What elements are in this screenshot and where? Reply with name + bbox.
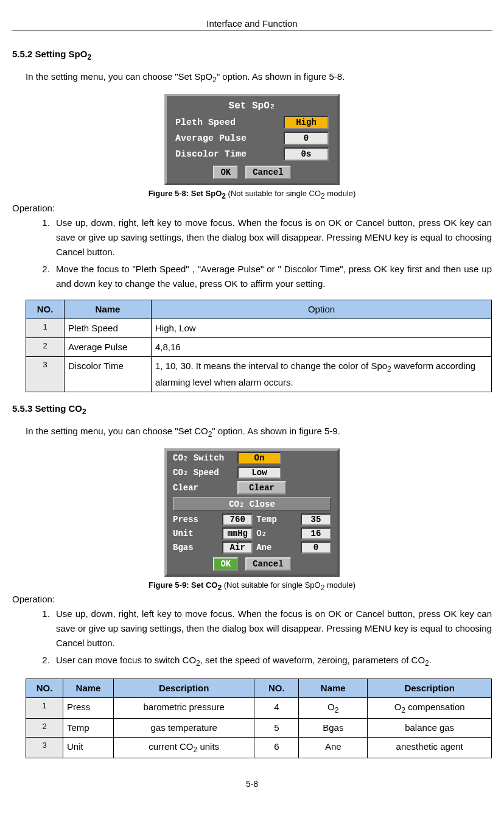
t2-r2-no: 2 bbox=[26, 718, 63, 737]
unit-label: Unit bbox=[173, 529, 219, 538]
t2-r3-desc2: anesthetic agent bbox=[368, 737, 492, 758]
t2-r1-name: Press bbox=[63, 697, 114, 718]
co2-switch-value[interactable]: On bbox=[237, 452, 281, 464]
co2-speed-label: CO₂ Speed bbox=[173, 467, 234, 478]
section1-intro: In the setting menu, you can choose "Set… bbox=[26, 70, 492, 85]
average-pulse-row: Average Pulse 0 bbox=[167, 130, 337, 146]
t1-r1-name: Pleth Speed bbox=[65, 319, 152, 337]
t2-th-desc-a: Description bbox=[114, 679, 254, 697]
op2-item1: Use up, down, right, left key to move fo… bbox=[52, 607, 492, 650]
discolor-time-value[interactable]: 0s bbox=[284, 147, 329, 161]
t2-th-desc-b: Description bbox=[368, 679, 492, 697]
t2-r1-desc2: O2 compensation bbox=[368, 697, 492, 718]
t2-r3-desc: current CO2 units bbox=[114, 737, 254, 758]
t2-th-no-b: NO. bbox=[254, 679, 299, 697]
t2-r3-no2: 6 bbox=[254, 737, 299, 758]
t2-r3-name: Unit bbox=[63, 737, 114, 758]
t2-r2-name: Temp bbox=[63, 718, 114, 737]
pleth-speed-value[interactable]: High bbox=[284, 116, 329, 129]
temp-label: Temp bbox=[256, 515, 297, 524]
dialog1-ok-button[interactable]: OK bbox=[213, 166, 238, 179]
figure-5-8-caption: Figure 5-8: Set SpO2 (Not suitable for s… bbox=[12, 189, 492, 200]
operation-label-2: Operation: bbox=[12, 594, 492, 604]
operation-list-2: Use up, down, right, left key to move fo… bbox=[37, 607, 492, 669]
discolor-time-label: Discolor Time bbox=[175, 149, 279, 160]
t1-r2-name: Average Pulse bbox=[65, 337, 152, 356]
t2-r1-no: 1 bbox=[26, 697, 63, 718]
figure-5-9-caption: Figure 5-9: Set CO2 (Not suitable for si… bbox=[12, 580, 492, 592]
t2-r3-name2: Ane bbox=[299, 737, 368, 758]
unit-value[interactable]: mmHg bbox=[222, 527, 253, 540]
pleth-speed-row: Pleth Speed High bbox=[167, 115, 337, 130]
t1-r1-no: 1 bbox=[26, 319, 65, 337]
co2-close-bar[interactable]: CO₂ Close bbox=[173, 497, 331, 511]
t2-th-name-b: Name bbox=[299, 679, 368, 697]
set-co2-dialog: CO₂ Switch On CO₂ Speed Low Clear Clear … bbox=[164, 448, 340, 577]
co2-params-table: NO. Name Description NO. Name Descriptio… bbox=[26, 679, 492, 758]
t2-r2-no2: 5 bbox=[254, 718, 299, 737]
press-label: Press bbox=[173, 515, 219, 524]
op2-item2: User can move focus to switch CO2, set t… bbox=[52, 653, 492, 669]
bgas-label: Bgas bbox=[173, 543, 219, 552]
ane-label: Ane bbox=[256, 543, 297, 552]
t1-r3-option: 1, 10, 30. It means the interval to chan… bbox=[152, 356, 492, 392]
o2-label: O₂ bbox=[256, 528, 297, 538]
spo2-options-table: NO. Name Option 1 Pleth Speed High, Low … bbox=[26, 300, 492, 392]
clear-button[interactable]: Clear bbox=[237, 481, 286, 495]
page-number: 5-8 bbox=[12, 779, 492, 789]
t1-r2-no: 2 bbox=[26, 337, 65, 356]
clear-label: Clear bbox=[173, 483, 234, 493]
t1-r3-name: Discolor Time bbox=[65, 356, 152, 392]
dialog1-cancel-button[interactable]: Cancel bbox=[245, 166, 290, 179]
t2-th-no-a: NO. bbox=[26, 679, 63, 697]
t2-r1-desc: barometric pressure bbox=[114, 697, 254, 718]
average-pulse-value[interactable]: 0 bbox=[284, 132, 329, 145]
bgas-value[interactable]: Air bbox=[222, 541, 253, 554]
discolor-time-row: Discolor Time 0s bbox=[167, 146, 337, 162]
page-header: Interface and Function bbox=[12, 18, 492, 30]
dialog1-title: Set SpO₂ bbox=[167, 96, 337, 115]
operation-label-1: Operation: bbox=[12, 203, 492, 213]
section-heading-spo2: 5.5.2 Setting SpO2 bbox=[12, 49, 492, 62]
t2-r1-name2: O2 bbox=[299, 697, 368, 718]
o2-value[interactable]: 16 bbox=[301, 527, 331, 540]
th-no: NO. bbox=[26, 300, 65, 319]
dialog2-ok-button[interactable]: OK bbox=[213, 557, 238, 571]
t2-r3-no: 3 bbox=[26, 737, 63, 758]
t2-r1-no2: 4 bbox=[254, 697, 299, 718]
t2-th-name-a: Name bbox=[63, 679, 114, 697]
section-heading-co2: 5.5.3 Setting CO2 bbox=[12, 403, 492, 416]
th-option: Option bbox=[152, 300, 492, 319]
ane-value[interactable]: 0 bbox=[301, 541, 331, 554]
op1-item1: Use up, down, right, left key to move fo… bbox=[52, 216, 492, 259]
t2-r2-name2: Bgas bbox=[299, 718, 368, 737]
average-pulse-label: Average Pulse bbox=[175, 133, 279, 144]
op1-item2: Move the focus to "Pleth Speed" , "Avera… bbox=[52, 262, 492, 291]
pleth-speed-label: Pleth Speed bbox=[175, 118, 279, 128]
t1-r3-no: 3 bbox=[26, 356, 65, 392]
co2-switch-label: CO₂ Switch bbox=[173, 453, 234, 463]
section2-intro: In the setting menu, you can choose "Set… bbox=[26, 425, 492, 440]
temp-value[interactable]: 35 bbox=[301, 513, 331, 526]
t1-r2-option: 4,8,16 bbox=[152, 337, 492, 356]
t2-r2-desc: gas temperature bbox=[114, 718, 254, 737]
press-value[interactable]: 760 bbox=[222, 513, 253, 526]
co2-speed-value[interactable]: Low bbox=[237, 467, 281, 479]
dialog2-cancel-button[interactable]: Cancel bbox=[245, 557, 290, 571]
th-name: Name bbox=[65, 300, 152, 319]
operation-list-1: Use up, down, right, left key to move fo… bbox=[37, 216, 492, 291]
set-spo2-dialog: Set SpO₂ Pleth Speed High Average Pulse … bbox=[164, 94, 340, 185]
t2-r2-desc2: balance gas bbox=[368, 718, 492, 737]
t1-r1-option: High, Low bbox=[152, 319, 492, 337]
